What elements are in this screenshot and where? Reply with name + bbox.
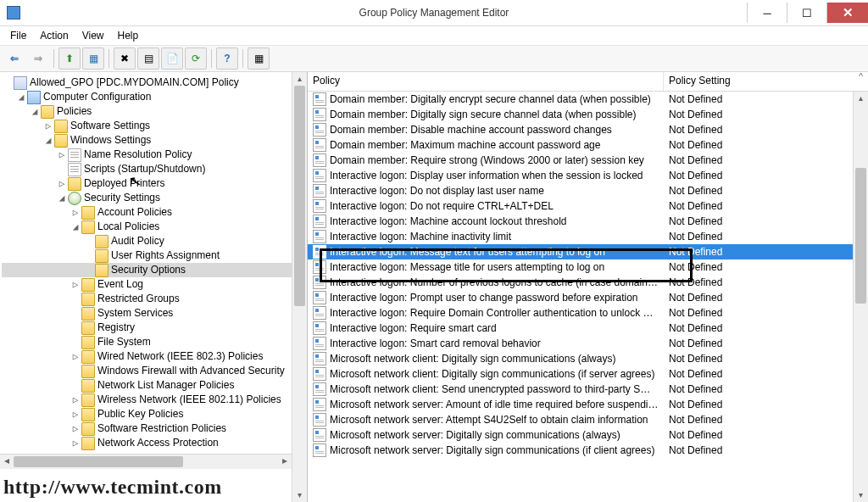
column-setting[interactable]: Policy Setting xyxy=(664,72,854,91)
column-policy[interactable]: Policy xyxy=(308,72,664,91)
policy-row[interactable]: Microsoft network client: Send unencrypt… xyxy=(308,382,853,397)
policy-name: Domain member: Digitally sign secure cha… xyxy=(330,109,637,120)
tree-vertical-scrollbar[interactable]: ▴ ▾ xyxy=(292,72,307,502)
toolbar-separator xyxy=(108,49,109,68)
policy-row[interactable]: Interactive logon: Machine inactivity li… xyxy=(308,229,853,244)
list-vertical-scrollbar[interactable]: ▴ ▾ xyxy=(853,92,868,502)
expand-toggle-icon[interactable]: ▷ xyxy=(56,176,68,191)
tree-item[interactable]: Network List Manager Policies xyxy=(2,378,292,393)
content-area: Allowed_GPO [PDC.MYDOMAIN.COM] Policy◢Co… xyxy=(0,72,868,502)
policy-icon xyxy=(313,398,326,411)
tree-item[interactable]: ▷Wired Network (IEEE 802.3) Policies xyxy=(2,349,292,364)
tree-item[interactable]: ▷Public Key Policies xyxy=(2,407,292,421)
properties-button[interactable]: ▤ xyxy=(137,47,159,70)
menu-action[interactable]: Action xyxy=(33,28,75,43)
policy-row[interactable]: Interactive logon: Require Domain Contro… xyxy=(308,305,853,321)
expand-toggle-icon[interactable]: ▷ xyxy=(42,119,54,133)
expand-toggle-icon[interactable]: ▷ xyxy=(70,205,81,220)
tree-item[interactable]: ◢Windows Settings xyxy=(2,133,292,148)
policy-name: Domain member: Disable machine account p… xyxy=(330,124,612,136)
policy-row[interactable]: Interactive logon: Prompt user to change… xyxy=(308,290,853,305)
tree-item[interactable]: File System xyxy=(2,335,292,349)
tree-item[interactable]: Audit Policy xyxy=(2,234,292,248)
tree-item[interactable]: Windows Firewall with Advanced Security xyxy=(2,364,292,378)
policy-row[interactable]: Interactive logon: Smart card removal be… xyxy=(308,336,853,351)
policy-row[interactable]: Domain member: Digitally encrypt secure … xyxy=(308,92,853,107)
menu-help[interactable]: Help xyxy=(111,28,146,43)
tree-item[interactable]: User Rights Assignment xyxy=(2,248,292,263)
tree-item[interactable]: ▷Network Access Protection xyxy=(2,436,292,450)
policy-row[interactable]: Interactive logon: Message text for user… xyxy=(308,244,853,259)
policy-list[interactable]: Domain member: Digitally encrypt secure … xyxy=(308,92,853,502)
delete-button[interactable]: ✖ xyxy=(114,47,136,70)
policy-row[interactable]: Microsoft network server: Digitally sign… xyxy=(308,427,853,443)
tree-item[interactable]: ▷Name Resolution Policy xyxy=(2,148,292,162)
expand-toggle-icon[interactable]: ▷ xyxy=(70,436,81,450)
folder-icon xyxy=(81,379,95,393)
list-header[interactable]: Policy Policy Setting ^ xyxy=(308,72,868,92)
expand-toggle-icon[interactable]: ▷ xyxy=(70,407,81,421)
policy-setting: Not Defined xyxy=(664,154,853,166)
doc-icon xyxy=(68,163,81,176)
titlebar: Group Policy Management Editor ─ ☐ ✕ xyxy=(0,0,868,26)
tree-item[interactable]: ◢Policies xyxy=(2,104,292,119)
expand-toggle-icon[interactable]: ▷ xyxy=(56,148,68,162)
policy-row[interactable]: Microsoft network server: Digitally sign… xyxy=(308,443,853,458)
tree-item[interactable]: ▷Software Settings xyxy=(2,119,292,133)
nav-forward-button[interactable]: ⇒ xyxy=(27,47,49,70)
expand-toggle-icon[interactable]: ◢ xyxy=(56,191,68,205)
tree-item[interactable]: ▷Account Policies xyxy=(2,205,292,220)
tree-item[interactable]: ▷Event Log xyxy=(2,277,292,292)
policy-row[interactable]: Interactive logon: Do not require CTRL+A… xyxy=(308,198,853,214)
console-tree[interactable]: Allowed_GPO [PDC.MYDOMAIN.COM] Policy◢Co… xyxy=(0,72,292,454)
policy-row[interactable]: Interactive logon: Number of previous lo… xyxy=(308,275,853,290)
tree-item[interactable]: System Services xyxy=(2,306,292,321)
policy-row[interactable]: Domain member: Maximum machine account p… xyxy=(308,137,853,153)
nav-back-button[interactable]: ⇐ xyxy=(3,47,25,70)
refresh-button[interactable]: ⟳ xyxy=(185,47,207,70)
policy-row[interactable]: Domain member: Disable machine account p… xyxy=(308,122,853,137)
expand-toggle-icon[interactable]: ▷ xyxy=(70,393,81,407)
expand-toggle-icon[interactable]: ▷ xyxy=(70,277,81,292)
expand-toggle-icon[interactable]: ▷ xyxy=(70,421,81,436)
policy-name: Interactive logon: Require smart card xyxy=(330,322,497,334)
policy-row[interactable]: Interactive logon: Do not display last u… xyxy=(308,183,853,198)
tree-item[interactable]: Scripts (Startup/Shutdown) xyxy=(2,162,292,176)
tree-item-label: Account Policies xyxy=(97,205,172,220)
expand-toggle-icon[interactable]: ◢ xyxy=(70,220,81,234)
policy-row[interactable]: Microsoft network server: Amount of idle… xyxy=(308,397,853,412)
filter-button[interactable]: ▦ xyxy=(248,47,270,70)
policy-row[interactable]: Interactive logon: Message title for use… xyxy=(308,259,853,275)
tree-item[interactable]: ▷Software Restriction Policies xyxy=(2,421,292,436)
show-hide-tree-button[interactable]: ▦ xyxy=(82,47,104,70)
policy-row[interactable]: Domain member: Require strong (Windows 2… xyxy=(308,153,853,168)
tree-item[interactable]: Security Options xyxy=(2,263,292,277)
policy-row[interactable]: Domain member: Digitally sign secure cha… xyxy=(308,107,853,122)
export-button[interactable]: 📄 xyxy=(161,47,183,70)
tree-item[interactable]: Restricted Groups xyxy=(2,292,292,306)
policy-row[interactable]: Microsoft network server: Attempt S4U2Se… xyxy=(308,412,853,427)
tree-item[interactable]: ◢Security Settings xyxy=(2,191,292,205)
tree-item[interactable]: ▷Wireless Network (IEEE 802.11) Policies xyxy=(2,393,292,407)
tree-item[interactable]: ◢Computer Configuration xyxy=(2,90,292,104)
policy-row[interactable]: Microsoft network client: Digitally sign… xyxy=(308,351,853,366)
menu-view[interactable]: View xyxy=(75,28,111,43)
folder-icon xyxy=(81,393,95,407)
menu-file[interactable]: File xyxy=(3,28,33,43)
expand-toggle-icon[interactable]: ◢ xyxy=(29,104,41,119)
policy-row[interactable]: Microsoft network client: Digitally sign… xyxy=(308,366,853,382)
up-button[interactable]: ⬆ xyxy=(58,47,81,70)
expand-toggle-icon[interactable]: ▷ xyxy=(70,349,81,364)
policy-row[interactable]: Interactive logon: Require smart cardNot… xyxy=(308,321,853,336)
policy-row[interactable]: Interactive logon: Machine account locko… xyxy=(308,214,853,229)
policy-row[interactable]: Interactive logon: Display user informat… xyxy=(308,168,853,183)
tree-item[interactable]: Allowed_GPO [PDC.MYDOMAIN.COM] Policy xyxy=(2,75,292,90)
expand-toggle-icon[interactable]: ◢ xyxy=(15,90,27,104)
tree-item[interactable]: ▷Deployed Printers xyxy=(2,176,292,191)
tree-item[interactable]: Registry xyxy=(2,321,292,335)
help-button[interactable]: ? xyxy=(216,47,238,70)
expand-toggle-icon[interactable]: ◢ xyxy=(42,133,54,148)
policy-setting: Not Defined xyxy=(664,231,853,243)
tree-horizontal-scrollbar[interactable]: ◂ ▸ xyxy=(0,454,292,469)
tree-item[interactable]: ◢Local Policies xyxy=(2,220,292,234)
